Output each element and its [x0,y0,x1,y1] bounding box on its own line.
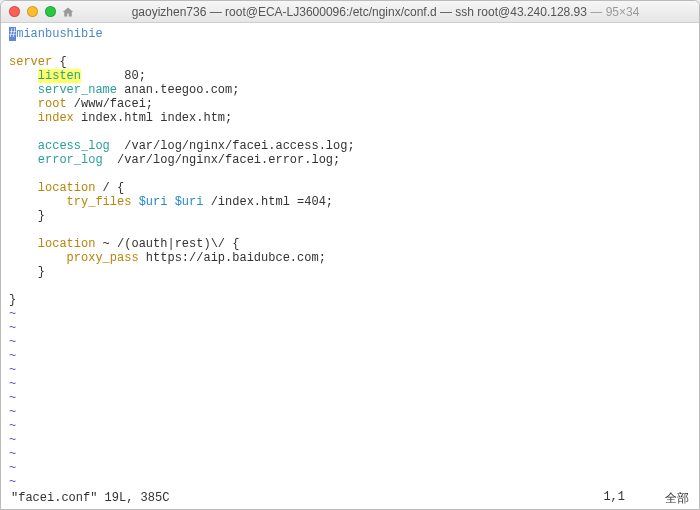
vim-tilde: ~ [9,335,16,349]
vim-statusbar: "facei.conf" 19L, 385C 1,1 全部 [1,487,699,509]
kw-error-log: error_log [38,153,103,167]
brace-close: } [9,293,16,307]
vim-tilde: ~ [9,447,16,461]
var-uri: $uri [175,195,204,209]
index-value: index.html index.htm; [74,111,232,125]
window-titlebar[interactable]: gaoyizhen736 — root@ECA-LJ3600096:/etc/n… [1,1,699,23]
indent [9,251,67,265]
vim-tilde: ~ [9,433,16,447]
indent [9,139,38,153]
vim-tilde: ~ [9,461,16,475]
traffic-lights [9,6,56,17]
brace-open: { [52,55,66,69]
kw-try-files: try_files [67,195,132,209]
indent [9,83,38,97]
window-title: gaoyizhen736 — root@ECA-LJ3600096:/etc/n… [80,5,691,19]
brace-close: } [38,209,45,223]
location1-arg: / { [95,181,124,195]
var-uri: $uri [139,195,168,209]
server-name-value: anan.teegoo.com; [117,83,239,97]
vim-tilde: ~ [9,321,16,335]
indent [9,97,38,111]
indent [9,181,38,195]
status-mode: 全部 [665,490,689,507]
indent [9,153,38,167]
indent [9,69,38,83]
comment-text: mianbushibie [16,27,102,41]
proxy-pass-value: https://aip.baidubce.com; [139,251,326,265]
kw-root: root [38,97,67,111]
brace-close: } [38,265,45,279]
listen-value: 80; [81,69,146,83]
indent [9,195,67,209]
kw-access-log: access_log [38,139,110,153]
indent [9,111,38,125]
minimize-icon[interactable] [27,6,38,17]
status-file: "facei.conf" 19L, 385C [11,491,169,505]
vim-tilde: ~ [9,307,16,321]
vim-tilde: ~ [9,349,16,363]
terminal-window: gaoyizhen736 — root@ECA-LJ3600096:/etc/n… [0,0,700,510]
vim-tilde: ~ [9,419,16,433]
vim-tilde: ~ [9,363,16,377]
vim-tilde: ~ [9,377,16,391]
kw-server-name: server_name [38,83,117,97]
indent [9,237,38,251]
vim-editor[interactable]: #mianbushibie server { listen 80; server… [1,23,699,487]
indent [9,265,38,279]
location2-arg: ~ /(oauth|rest)\/ { [95,237,239,251]
kw-proxy-pass: proxy_pass [67,251,139,265]
indent [9,209,38,223]
try-files-tail: /index.html =404; [203,195,333,209]
vim-tilde: ~ [9,475,16,487]
close-icon[interactable] [9,6,20,17]
status-cursor-pos: 1,1 [603,490,625,507]
root-value: /www/facei; [67,97,153,111]
zoom-icon[interactable] [45,6,56,17]
kw-index: index [38,111,74,125]
home-icon [62,6,74,18]
vim-tilde: ~ [9,405,16,419]
kw-listen: listen [38,69,81,83]
vim-tilde: ~ [9,391,16,405]
kw-location: location [38,237,96,251]
title-main: gaoyizhen736 — root@ECA-LJ3600096:/etc/n… [132,5,587,19]
title-dims: — 95×34 [587,5,639,19]
kw-server: server [9,55,52,69]
access-log-value: /var/log/nginx/facei.access.log; [110,139,355,153]
kw-location: location [38,181,96,195]
error-log-value: /var/log/nginx/facei.error.log; [103,153,341,167]
